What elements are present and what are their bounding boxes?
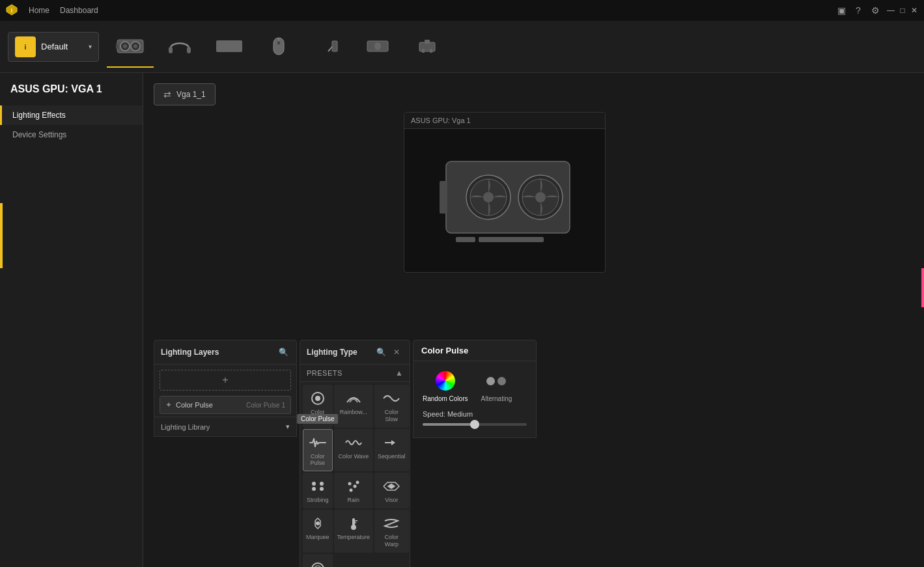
window-controls: — □ ✕	[886, 6, 919, 15]
lighting-type-panel: Lighting Type 🔍 ✕ PRESETS ▲	[300, 340, 410, 567]
preset-color-wave-label: Color Wave	[338, 453, 369, 460]
speed-section: Speed: Medium	[413, 408, 536, 431]
preset-rain-label: Rain	[348, 497, 360, 504]
preset-rainbow-c[interactable]: Rainbow C...	[303, 554, 333, 567]
title-bar: i Home Dashboard ▣ ? ⚙ — □ ✕	[0, 0, 924, 21]
device-tab-headset[interactable]	[156, 26, 203, 68]
color-pulse-title: Color Pulse	[413, 340, 536, 361]
preset-color-warp-icon	[381, 514, 402, 532]
nav-dashboard[interactable]: Dashboard	[60, 6, 98, 15]
svg-point-26	[483, 192, 494, 202]
help-icon[interactable]: ?	[852, 5, 864, 16]
preset-rainbow-icon	[343, 389, 364, 408]
svg-point-45	[351, 525, 356, 530]
lighting-layers-panel: Lighting Layers 🔍 + ✦ Color Pulse Color …	[154, 340, 297, 437]
mousepad-tab-icon	[362, 35, 393, 58]
layer-item-color-pulse[interactable]: ✦ Color Pulse Color Pulse 1	[160, 396, 291, 414]
lighting-type-title: Lighting Type	[307, 348, 357, 357]
preset-rainbow[interactable]: Rainbow...	[334, 385, 374, 428]
preset-visor-icon	[381, 477, 402, 495]
preset-sequential[interactable]: Sequential	[374, 429, 409, 472]
screen-icon[interactable]: ▣	[835, 5, 847, 16]
svg-point-33	[315, 396, 320, 401]
presets-label: PRESETS	[307, 369, 343, 377]
preset-marquee[interactable]: Marquee	[303, 510, 333, 553]
close-button[interactable]: ✕	[910, 6, 919, 15]
layer-item-sub: Color Pulse 1	[246, 402, 285, 409]
gpu-preview-title: ASUS GPU: Vga 1	[404, 113, 605, 129]
preset-rainbow-c-icon	[307, 559, 328, 567]
lighting-type-close-btn[interactable]: ✕	[390, 346, 403, 359]
svg-point-14	[277, 41, 280, 45]
preset-temperature-icon	[343, 514, 364, 532]
svg-rect-11	[187, 47, 191, 53]
preset-color-slow[interactable]: Color Slow	[374, 385, 409, 428]
preset-strobing-icon	[307, 477, 328, 495]
preset-color-pulse-label: Color Pulse	[306, 453, 329, 467]
svg-point-42	[356, 481, 359, 484]
maximize-button[interactable]: □	[898, 6, 907, 15]
device-tab-mouse[interactable]	[255, 26, 302, 68]
device-tab-mousepad[interactable]	[354, 26, 401, 68]
layer-add-button[interactable]: +	[160, 370, 291, 391]
preset-color-warp-label: Color Warp	[378, 534, 406, 548]
bottom-panels: Lighting Layers 🔍 + ✦ Color Pulse Color …	[154, 340, 914, 567]
svg-point-29	[535, 192, 546, 202]
lighting-library-chevron-icon: ▾	[286, 422, 290, 431]
preset-visor[interactable]: Visor	[374, 473, 409, 508]
sidebar-item-lighting-effects[interactable]: Lighting Effects	[0, 105, 143, 125]
svg-rect-20	[422, 49, 425, 53]
svg-point-41	[349, 489, 352, 492]
color-options: Random Colors Alternating	[413, 361, 536, 408]
presets-collapse-icon[interactable]: ▲	[395, 368, 403, 378]
title-bar-left: i Home Dashboard	[5, 3, 98, 18]
speed-slider-thumb[interactable]	[470, 420, 479, 429]
svg-point-48	[312, 563, 324, 567]
lighting-type-header: Lighting Type 🔍 ✕	[300, 340, 410, 365]
settings-icon[interactable]: ⚙	[869, 5, 881, 16]
device-tabs	[107, 26, 916, 68]
svg-rect-19	[425, 40, 430, 44]
color-option-random[interactable]: Random Colors	[423, 369, 468, 402]
nav-home[interactable]: Home	[29, 6, 49, 15]
device-tab-gpu[interactable]	[107, 26, 154, 68]
lighting-library-label: Lighting Library	[161, 423, 210, 431]
svg-point-39	[348, 482, 351, 486]
preset-temperature[interactable]: Temperature	[334, 510, 374, 553]
preset-color-slow-label: Color Slow	[378, 409, 406, 423]
page-title: ASUS GPU: VGA 1	[0, 83, 143, 105]
preset-strobing[interactable]: Strobing	[303, 473, 333, 508]
lighting-type-search-btn[interactable]: 🔍	[374, 346, 387, 359]
random-colors-icon	[434, 369, 457, 393]
speed-slider[interactable]	[423, 423, 527, 426]
device-tab-hub[interactable]	[404, 26, 451, 68]
color-pulse-panel: Color Pulse Random Colors	[413, 340, 537, 438]
vga-selector-icon: ⇄	[163, 89, 171, 100]
minimize-button[interactable]: —	[886, 6, 895, 15]
svg-rect-9	[116, 44, 119, 49]
profile-selector[interactable]: i Default ▾	[8, 32, 99, 62]
device-tab-wireless[interactable]	[305, 26, 352, 68]
preset-rain[interactable]: Rain	[334, 473, 374, 508]
speed-label: Speed: Medium	[423, 410, 527, 418]
sidebar-item-device-settings[interactable]: Device Settings	[0, 125, 143, 145]
preset-sequential-icon	[381, 434, 402, 452]
svg-point-38	[320, 487, 324, 491]
svg-point-6	[123, 44, 127, 48]
presets-header: PRESETS ▲	[300, 365, 410, 382]
lighting-layers-search-btn[interactable]: 🔍	[277, 346, 290, 359]
preset-rain-icon	[343, 477, 364, 495]
color-option-alternating[interactable]: Alternating	[481, 369, 512, 402]
svg-point-40	[353, 485, 356, 488]
vga-selector[interactable]: ⇄ Vga 1_1	[154, 83, 216, 105]
device-tab-keyboard[interactable]	[206, 26, 253, 68]
preset-color-wave[interactable]: Color Wave	[334, 429, 374, 472]
preset-color-warp[interactable]: Color Warp	[374, 510, 409, 553]
preset-color-pulse[interactable]: Color Pulse Color Pulse	[303, 429, 333, 472]
profile-icon: i	[15, 36, 36, 57]
lighting-library[interactable]: Lighting Library ▾	[154, 417, 296, 436]
svg-point-17	[374, 42, 381, 50]
speed-slider-fill	[423, 423, 475, 426]
gpu-preview-body	[404, 129, 605, 272]
svg-text:i: i	[11, 7, 13, 14]
